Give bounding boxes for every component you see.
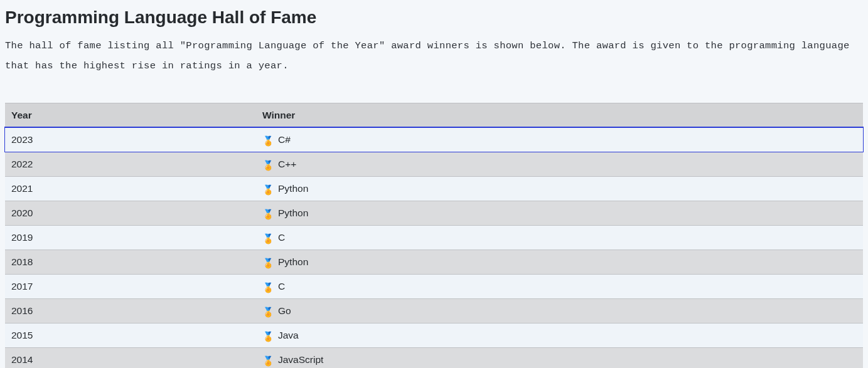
- table-row: 2021🏅Python: [5, 176, 863, 201]
- table-row: 2015🏅Java: [5, 323, 863, 347]
- winner-name: Python: [278, 208, 308, 218]
- cell-winner: 🏅C++: [256, 152, 863, 176]
- cell-winner: 🏅Go: [256, 298, 863, 323]
- medal-icon: 🏅: [262, 356, 274, 365]
- table-row: 2020🏅Python: [5, 201, 863, 225]
- hall-of-fame-table: Year Winner 2023🏅C#2022🏅C++2021🏅Python20…: [5, 103, 863, 368]
- table-row: 2023🏅C#: [5, 127, 863, 152]
- winner-name: Java: [278, 330, 299, 340]
- cell-winner: 🏅C: [256, 274, 863, 298]
- table-row: 2018🏅Python: [5, 250, 863, 274]
- cell-winner: 🏅JavaScript: [256, 347, 863, 368]
- medal-icon: 🏅: [262, 332, 274, 341]
- intro-text: The hall of fame listing all "Programmin…: [5, 36, 863, 76]
- cell-winner: 🏅Python: [256, 250, 863, 274]
- winner-name: C: [278, 232, 285, 243]
- cell-year: 2016: [5, 298, 256, 323]
- cell-year: 2022: [5, 152, 256, 176]
- cell-year: 2023: [5, 127, 256, 152]
- medal-icon: 🏅: [262, 307, 274, 317]
- cell-year: 2019: [5, 225, 256, 250]
- medal-icon: 🏅: [262, 258, 274, 268]
- cell-year: 2017: [5, 274, 256, 298]
- medal-icon: 🏅: [262, 234, 274, 243]
- medal-icon: 🏅: [262, 209, 274, 219]
- cell-winner: 🏅Python: [256, 201, 863, 225]
- winner-name: C: [278, 281, 285, 292]
- col-header-year: Year: [5, 103, 256, 127]
- cell-year: 2014: [5, 347, 256, 368]
- cell-winner: 🏅Java: [256, 323, 863, 347]
- table-row: 2017🏅C: [5, 274, 863, 298]
- winner-name: C#: [278, 134, 291, 145]
- cell-year: 2018: [5, 250, 256, 274]
- winner-name: JavaScript: [278, 354, 323, 365]
- medal-icon: 🏅: [262, 185, 274, 194]
- table-row: 2016🏅Go: [5, 298, 863, 323]
- cell-year: 2015: [5, 323, 256, 347]
- cell-year: 2020: [5, 201, 256, 225]
- table-header-row: Year Winner: [5, 103, 863, 127]
- cell-winner: 🏅C#: [256, 127, 863, 152]
- cell-winner: 🏅Python: [256, 176, 863, 201]
- medal-icon: 🏅: [262, 283, 274, 292]
- cell-year: 2021: [5, 176, 256, 201]
- medal-icon: 🏅: [262, 136, 274, 145]
- page-title: Programming Language Hall of Fame: [5, 8, 863, 28]
- winner-name: Python: [278, 256, 308, 267]
- cell-winner: 🏅C: [256, 225, 863, 250]
- col-header-winner: Winner: [256, 103, 863, 127]
- medal-icon: 🏅: [262, 160, 274, 170]
- table-row: 2019🏅C: [5, 225, 863, 250]
- winner-name: Python: [278, 183, 308, 194]
- table-row: 2014🏅JavaScript: [5, 347, 863, 368]
- winner-name: Go: [278, 305, 291, 316]
- table-row: 2022🏅C++: [5, 152, 863, 176]
- winner-name: C++: [278, 159, 296, 169]
